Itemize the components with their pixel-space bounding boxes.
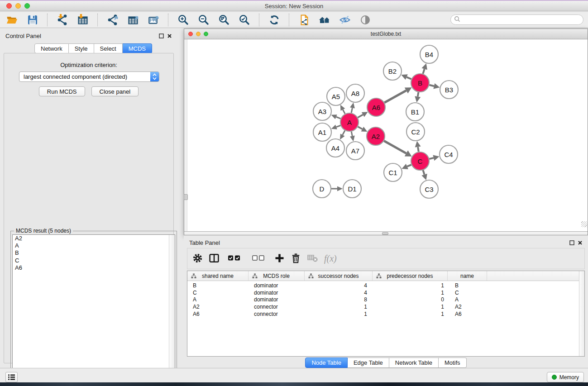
graph-node-C4[interactable]: C4: [440, 145, 458, 163]
memory-button[interactable]: Memory: [547, 372, 584, 382]
table-row[interactable]: A6connector11A6: [187, 310, 579, 318]
tab-edge-table[interactable]: Edge Table: [348, 357, 389, 368]
graph-edge-A-A3[interactable]: [331, 114, 340, 119]
graph-edge-B-B2[interactable]: [401, 74, 411, 80]
graph-node-A6[interactable]: A6: [367, 98, 385, 116]
export-image-button[interactable]: [147, 14, 160, 27]
table-cell[interactable]: C: [448, 290, 487, 296]
graph-node-B1[interactable]: B1: [406, 103, 424, 121]
graph-node-A7[interactable]: A7: [346, 142, 364, 160]
tab-select[interactable]: Select: [94, 43, 123, 53]
task-history-button[interactable]: [5, 372, 18, 382]
table-row[interactable]: Cdominator41C: [187, 289, 579, 296]
graph-edge-B-B3[interactable]: [429, 83, 440, 89]
graph-edge-C-C2[interactable]: [415, 141, 421, 152]
graph-edge-D-D1[interactable]: [331, 186, 343, 191]
graph-node-A5[interactable]: A5: [327, 87, 345, 105]
table-cell[interactable]: C: [187, 290, 249, 296]
table-cell[interactable]: 1: [373, 290, 448, 296]
graph-node-C2[interactable]: C2: [406, 123, 425, 141]
settings-button[interactable]: [192, 252, 203, 266]
show-panels-button[interactable]: [359, 14, 372, 27]
graph-node-C1[interactable]: C1: [384, 163, 402, 181]
table-cell[interactable]: dominator: [249, 282, 305, 289]
window-resize-grip[interactable]: [581, 221, 587, 227]
table-cell[interactable]: A: [187, 296, 249, 303]
save-session-button[interactable]: [26, 14, 39, 27]
table-cell[interactable]: A6: [187, 311, 249, 317]
graph-node-A1[interactable]: A1: [313, 123, 331, 141]
select-stepper-icon[interactable]: [150, 72, 159, 81]
graph-node-C3[interactable]: C3: [420, 180, 438, 198]
tab-network-table[interactable]: Network Table: [389, 357, 439, 368]
open-session-button[interactable]: [5, 14, 19, 27]
column-header-shared-name[interactable]: shared name: [187, 271, 249, 281]
graph-edge-B-B4[interactable]: [422, 63, 427, 74]
add-column-button[interactable]: [274, 252, 285, 266]
result-list-item[interactable]: A6: [13, 264, 175, 272]
table-cell[interactable]: 4: [305, 282, 373, 289]
network-canvas[interactable]: B4B2BB3A5A8A6A3B1AA1C2A2A4A7C4CC1C3DD1: [184, 39, 588, 231]
graph-edge-A-A1[interactable]: [331, 124, 341, 129]
result-list-item[interactable]: C: [13, 257, 175, 264]
network-window-titlebar[interactable]: testGlobe.txt: [184, 29, 588, 39]
table-cell[interactable]: 4: [305, 290, 373, 296]
close-panel-icon[interactable]: [166, 33, 172, 39]
table-cell[interactable]: 1: [305, 304, 373, 310]
graph-node-A3[interactable]: A3: [313, 102, 331, 120]
function-builder-button[interactable]: f(x): [324, 252, 337, 266]
table-cell[interactable]: connector: [249, 311, 305, 317]
graph-node-B3[interactable]: B3: [440, 81, 458, 99]
graph-edge-A-A4[interactable]: [340, 130, 345, 139]
graph-node-D1[interactable]: D1: [343, 180, 361, 198]
search-field[interactable]: [450, 14, 583, 25]
table-cell[interactable]: B: [448, 282, 487, 289]
table-cell[interactable]: B: [187, 282, 249, 289]
column-header-predecessor-nodes[interactable]: predecessor nodes: [373, 271, 448, 281]
graph-edge-A-A6[interactable]: [358, 112, 368, 117]
horizontal-scroll-thumb[interactable]: [382, 232, 388, 235]
column-header-name[interactable]: name: [448, 271, 487, 281]
result-list-scrollbar[interactable]: [169, 235, 175, 381]
graph-edge-A-A5[interactable]: [340, 105, 345, 114]
export-network-button[interactable]: [106, 14, 119, 27]
column-header-successor-nodes[interactable]: successor nodes: [305, 271, 373, 281]
tab-style[interactable]: Style: [69, 43, 94, 53]
graph-node-A2[interactable]: A2: [367, 127, 385, 145]
table-row[interactable]: Bdominator41B: [187, 282, 579, 289]
graph-node-A[interactable]: A: [340, 113, 359, 131]
table-cell[interactable]: 8: [305, 296, 373, 303]
select-all-button[interactable]: [225, 252, 244, 266]
graph-node-A8[interactable]: A8: [346, 84, 364, 102]
export-table-button[interactable]: [126, 14, 139, 27]
result-list-item[interactable]: A: [13, 242, 175, 249]
table-cell[interactable]: A2: [448, 304, 487, 310]
result-list-item[interactable]: A2: [13, 235, 175, 242]
vertical-scroll-thumb[interactable]: [184, 194, 188, 200]
optimization-criterion-select[interactable]: largest connected component (directed): [19, 71, 159, 82]
delete-table-button[interactable]: [307, 252, 318, 266]
table-row[interactable]: Adominator80A: [187, 296, 579, 304]
search-input[interactable]: [460, 16, 583, 24]
tab-motifs[interactable]: Motifs: [439, 357, 467, 368]
table-row[interactable]: A2connector11A2: [187, 303, 579, 310]
table-cell[interactable]: 1: [305, 311, 373, 317]
graph-edge-C-C1[interactable]: [402, 164, 411, 169]
table-cell[interactable]: A6: [448, 311, 487, 317]
zoom-out-button[interactable]: [197, 14, 210, 27]
hide-panels-button[interactable]: [338, 14, 351, 27]
table-cell[interactable]: connector: [249, 304, 305, 310]
graph-node-B4[interactable]: B4: [420, 45, 438, 63]
table-cell[interactable]: A: [448, 296, 487, 303]
network-horizontal-scrollbar[interactable]: [184, 231, 588, 235]
network-vertical-scrollbar[interactable]: [184, 39, 187, 231]
import-network-button[interactable]: [56, 14, 69, 27]
table-cell[interactable]: A2: [187, 304, 249, 310]
deselect-all-button[interactable]: [250, 252, 268, 266]
table-cell[interactable]: 1: [373, 282, 448, 289]
graph-edge-A6-B[interactable]: [384, 87, 411, 103]
table-cell[interactable]: dominator: [249, 290, 305, 296]
refresh-view-button[interactable]: [268, 14, 281, 27]
graph-node-A4[interactable]: A4: [326, 139, 344, 157]
zoom-fit-button[interactable]: [217, 14, 230, 27]
